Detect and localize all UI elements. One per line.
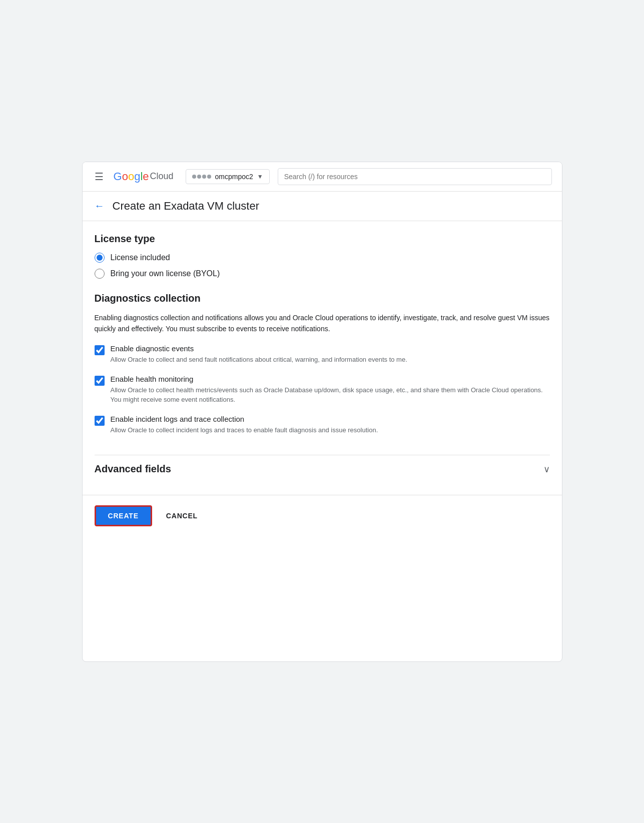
health-monitoring-label: Enable health monitoring: [111, 375, 550, 383]
footer: CREATE CANCEL: [83, 495, 562, 536]
google-logo: Google Cloud: [114, 170, 174, 183]
page-title: Create an Exadata VM cluster: [113, 200, 259, 213]
license-included-label: License included: [111, 253, 170, 262]
license-type-title: License type: [95, 233, 550, 245]
back-button[interactable]: ←: [95, 200, 105, 212]
checkbox-group: Enable diagnostic events Allow Oracle to…: [95, 344, 550, 435]
incident-logs-checkbox[interactable]: [95, 416, 105, 426]
advanced-fields-section[interactable]: Advanced fields ∨: [95, 455, 550, 483]
byol-option[interactable]: Bring your own license (BYOL): [95, 269, 550, 279]
diagnostic-events-content: Enable diagnostic events Allow Oracle to…: [111, 344, 550, 365]
diagnostics-description: Enabling diagnostics collection and noti…: [95, 312, 550, 335]
health-monitoring-checkbox[interactable]: [95, 376, 105, 386]
health-monitoring-description: Allow Oracle to collect health metrics/e…: [111, 385, 550, 405]
page-header: ← Create an Exadata VM cluster: [83, 192, 562, 221]
cloud-text: Cloud: [150, 171, 174, 182]
license-type-section: License type License included Bring your…: [95, 233, 550, 279]
project-dots-icon: [192, 175, 211, 179]
chevron-down-icon: ∨: [543, 464, 550, 475]
advanced-fields-title: Advanced fields: [95, 463, 171, 475]
health-monitoring-item: Enable health monitoring Allow Oracle to…: [95, 375, 550, 405]
license-included-radio[interactable]: [95, 253, 105, 263]
health-monitoring-content: Enable health monitoring Allow Oracle to…: [111, 375, 550, 405]
license-radio-group: License included Bring your own license …: [95, 253, 550, 279]
diagnostic-events-label: Enable diagnostic events: [111, 344, 550, 353]
diagnostics-title: Diagnostics collection: [95, 293, 550, 304]
incident-logs-content: Enable incident logs and trace collectio…: [111, 415, 550, 435]
main-content: License type License included Bring your…: [83, 221, 562, 495]
incident-logs-description: Allow Oracle to collect incident logs an…: [111, 425, 550, 435]
license-included-option[interactable]: License included: [95, 253, 550, 263]
search-input[interactable]: [278, 168, 552, 185]
hamburger-icon[interactable]: ☰: [93, 169, 106, 185]
byol-radio[interactable]: [95, 269, 105, 279]
diagnostic-events-checkbox[interactable]: [95, 345, 105, 355]
cancel-button[interactable]: CANCEL: [162, 507, 202, 525]
project-selector[interactable]: omcpmpoc2 ▼: [186, 169, 270, 184]
incident-logs-item: Enable incident logs and trace collectio…: [95, 415, 550, 435]
page-wrapper: ☰ Google Cloud omcpmpoc2 ▼ ← Create an E…: [82, 162, 562, 662]
create-button[interactable]: CREATE: [95, 505, 152, 526]
byol-label: Bring your own license (BYOL): [111, 269, 220, 278]
incident-logs-label: Enable incident logs and trace collectio…: [111, 415, 550, 423]
diagnostic-events-description: Allow Oracle to collect and send fault n…: [111, 355, 550, 365]
top-nav: ☰ Google Cloud omcpmpoc2 ▼: [83, 162, 562, 192]
diagnostic-events-item: Enable diagnostic events Allow Oracle to…: [95, 344, 550, 365]
diagnostics-section: Diagnostics collection Enabling diagnost…: [95, 293, 550, 435]
project-name: omcpmpoc2: [215, 173, 253, 181]
dropdown-arrow-icon: ▼: [257, 173, 263, 180]
